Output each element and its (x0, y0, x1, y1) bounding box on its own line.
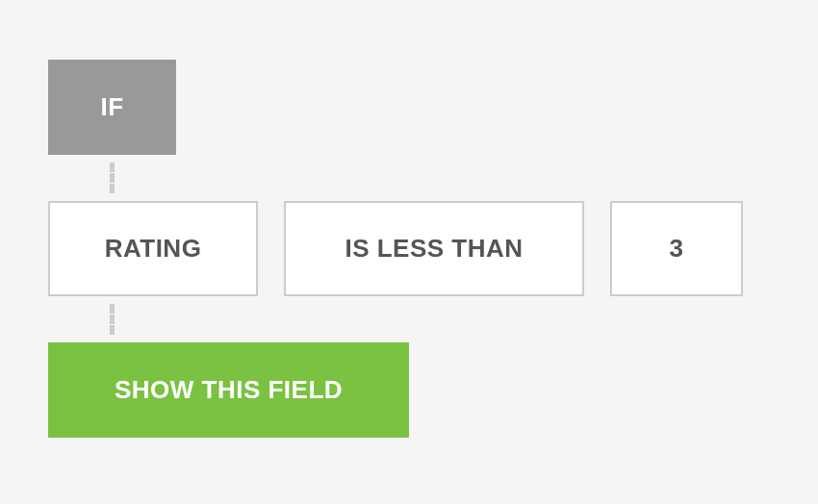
field-label: RATING (105, 234, 202, 264)
value-block: 3 (610, 201, 743, 296)
conditional-logic-diagram: IF RATING IS LESS THAN 3 SHOW THIS FIELD (48, 60, 743, 438)
action-label: SHOW THIS FIELD (115, 375, 343, 405)
connector-line (110, 163, 115, 193)
action-block: SHOW THIS FIELD (48, 342, 409, 438)
field-selector-block: RATING (48, 201, 258, 296)
if-label: IF (100, 92, 123, 122)
condition-row: RATING IS LESS THAN 3 (48, 201, 743, 296)
connector-line (110, 304, 115, 335)
operator-block: IS LESS THAN (284, 201, 584, 296)
operator-label: IS LESS THAN (345, 234, 523, 264)
if-condition-block: IF (48, 60, 176, 155)
value-label: 3 (670, 234, 684, 264)
